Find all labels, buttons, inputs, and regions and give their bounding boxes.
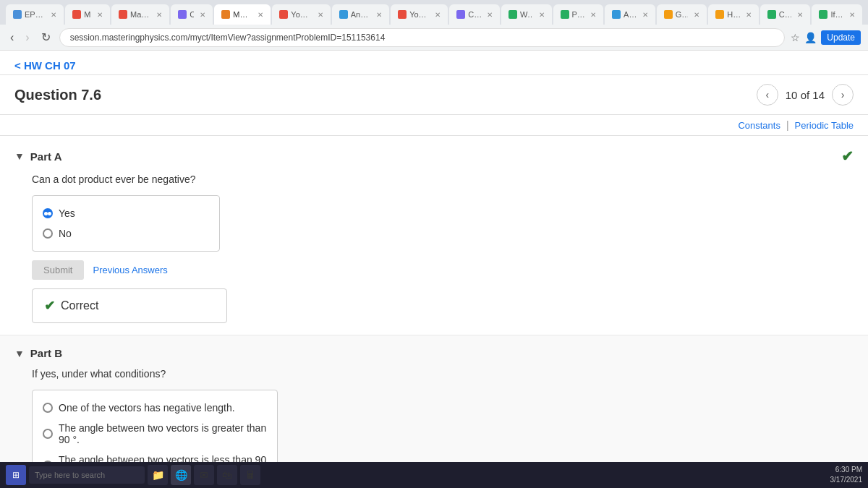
- hw-header: HW CH 07: [0, 51, 868, 75]
- correct-label: Correct: [61, 299, 98, 312]
- page-content: HW CH 07 Question 7.6 ‹ 10 of 14 › Const…: [0, 51, 868, 488]
- tab-close-chapter10[interactable]: ✕: [797, 11, 803, 19]
- separator: |: [786, 119, 789, 131]
- part-a-prev-answers-link[interactable]: Previous Answers: [93, 265, 167, 275]
- start-button[interactable]: ⊞: [6, 465, 26, 485]
- tab-close-commiss[interactable]: ✕: [435, 11, 441, 19]
- part-b-option-2[interactable]: The angle between two vectors is greater…: [43, 418, 267, 450]
- url-bar[interactable]: [59, 28, 786, 47]
- part-b-radio-1[interactable]: [43, 403, 53, 413]
- tab-close-mail[interactable]: ✕: [156, 11, 162, 19]
- taskbar-store[interactable]: 🛍: [217, 465, 237, 485]
- part-a-submit-row: Submit Previous Answers: [14, 260, 854, 280]
- part-a-question: Can a dot product ever be negative?: [14, 174, 854, 185]
- tab-close-myepcc[interactable]: ✕: [97, 11, 103, 19]
- tab-close-gethomework[interactable]: ✕: [694, 11, 699, 19]
- part-a-radio-yes[interactable]: [43, 208, 53, 218]
- bookmark-button[interactable]: ☆: [791, 32, 800, 43]
- part-a-option-yes[interactable]: Yes: [43, 203, 209, 223]
- browser-actions: ☆ 👤 Update: [791, 30, 861, 45]
- part-a-header: ▼ Part A ✔: [14, 147, 854, 165]
- tab-work[interactable]: Work and Kin... ✕: [501, 4, 552, 25]
- back-button[interactable]: ‹: [7, 30, 17, 46]
- part-b-label-2: The angle between two vectors is greater…: [59, 422, 267, 445]
- part-a-correct-box: ✔ Correct: [32, 288, 227, 323]
- constants-link[interactable]: Constants: [738, 120, 780, 131]
- tab-close-hwcosts[interactable]: ✕: [746, 11, 752, 19]
- tab-close-physics[interactable]: ✕: [318, 11, 323, 19]
- question-nav: ‹ 10 of 14 ›: [757, 84, 854, 106]
- part-a-label: Part A: [30, 150, 62, 163]
- address-bar: ‹ › ↻ ☆ 👤 Update: [0, 25, 868, 51]
- part-b-label: Part B: [30, 347, 62, 359]
- browser-tabs: EPCC - IT Serv... ✕ MyEPCC ✕ Mail - Pere…: [0, 0, 868, 25]
- tab-corrupted[interactable]: Corrupted Kin... ✕: [449, 4, 500, 25]
- tab-close-work[interactable]: ✕: [539, 11, 545, 19]
- tab-hwcosts[interactable]: HW + Costs... ✕: [708, 4, 759, 25]
- part-a-submit-button[interactable]: Submit: [32, 260, 84, 280]
- tab-close-content[interactable]: ✕: [200, 11, 205, 19]
- refresh-button[interactable]: ↻: [38, 29, 54, 46]
- part-b-header: ▼ Part B: [14, 347, 854, 359]
- tab-answered2[interactable]: Answered Do... ✕: [605, 4, 655, 25]
- tab-close-epcc[interactable]: ✕: [51, 11, 56, 19]
- tab-close-answered[interactable]: ✕: [376, 11, 382, 19]
- tab-chapter10[interactable]: Chapter 10 En... ✕: [760, 4, 811, 25]
- tab-physics[interactable]: Your Physics a... ✕: [272, 4, 330, 25]
- part-a-label-yes: Yes: [59, 207, 75, 219]
- part-b-collapse-button[interactable]: ▼: [14, 348, 25, 359]
- tab-myepcc[interactable]: MyEPCC ✕: [65, 4, 110, 25]
- tab-commiss[interactable]: Your commiss... ✕: [391, 4, 448, 25]
- part-b-option-1[interactable]: One of the vectors has negative length.: [43, 398, 267, 418]
- taskbar-right: 6:30 PM 3/17/2021: [830, 465, 863, 485]
- question-header: Question 7.6 ‹ 10 of 14 ›: [0, 75, 868, 115]
- question-count: 10 of 14: [786, 89, 825, 101]
- question-title: Question 7.6: [14, 87, 101, 103]
- tab-ifyes[interactable]: If yes, under... ✕: [812, 4, 862, 25]
- prev-question-button[interactable]: ‹: [757, 84, 778, 106]
- profile-button[interactable]: 👤: [804, 32, 817, 43]
- next-question-button[interactable]: ›: [832, 84, 854, 106]
- hw-title[interactable]: HW CH 07: [14, 59, 76, 72]
- taskbar: ⊞ 📁 🌐 ✉ 🛍 🖩 6:30 PM 3/17/2021: [0, 462, 868, 488]
- part-b-radio-2[interactable]: [43, 429, 53, 439]
- taskbar-file-explorer[interactable]: 📁: [148, 465, 168, 485]
- tab-mastering[interactable]: MasteringPhy... ✕: [214, 4, 271, 25]
- taskbar-chrome[interactable]: 🌐: [171, 465, 191, 485]
- taskbar-mail[interactable]: ✉: [194, 465, 214, 485]
- correct-checkmark-icon: ✔: [44, 298, 55, 314]
- part-a-header-left: ▼ Part A: [14, 150, 61, 163]
- tab-close-mastering[interactable]: ✕: [258, 11, 263, 19]
- part-a-checkmark-icon: ✔: [841, 147, 854, 165]
- part-a-radio-no[interactable]: [43, 228, 53, 239]
- update-button[interactable]: Update: [821, 30, 861, 45]
- taskbar-search-input[interactable]: [29, 466, 145, 484]
- part-a-label-no: No: [59, 228, 72, 239]
- tab-answered[interactable]: Answered Car... ✕: [332, 4, 389, 25]
- tab-close-answered2[interactable]: ✕: [642, 11, 648, 19]
- tab-mail[interactable]: Mail - Peregrin... ✕: [111, 4, 169, 25]
- tab-physics1[interactable]: Physics 1 Cha... ✕: [553, 4, 604, 25]
- part-b-header-left: ▼ Part B: [14, 347, 62, 359]
- tab-close-corrupted[interactable]: ✕: [487, 11, 493, 19]
- part-b-label-1: One of the vectors has negative length.: [59, 402, 235, 414]
- forward-button[interactable]: ›: [22, 30, 32, 46]
- taskbar-calc[interactable]: 🖩: [240, 465, 260, 485]
- part-a-options-box: Yes No: [32, 195, 220, 252]
- taskbar-clock: 6:30 PM 3/17/2021: [830, 465, 863, 485]
- part-a-collapse-button[interactable]: ▼: [14, 150, 25, 162]
- tab-close-physics1[interactable]: ✕: [590, 11, 596, 19]
- part-b-question: If yes, under what conditions?: [14, 368, 854, 380]
- tab-close-ifyes[interactable]: ✕: [849, 11, 855, 19]
- periodic-table-link[interactable]: Periodic Table: [795, 120, 854, 131]
- constants-bar: Constants | Periodic Table: [0, 115, 868, 136]
- tab-epcc[interactable]: EPCC - IT Serv... ✕: [6, 4, 64, 25]
- part-a-section: ▼ Part A ✔ Can a dot product ever be neg…: [0, 136, 868, 335]
- part-a-option-no[interactable]: No: [43, 223, 209, 244]
- tab-content[interactable]: Content ✕: [171, 4, 213, 25]
- tab-gethomework[interactable]: Get Homewo... ✕: [657, 4, 707, 25]
